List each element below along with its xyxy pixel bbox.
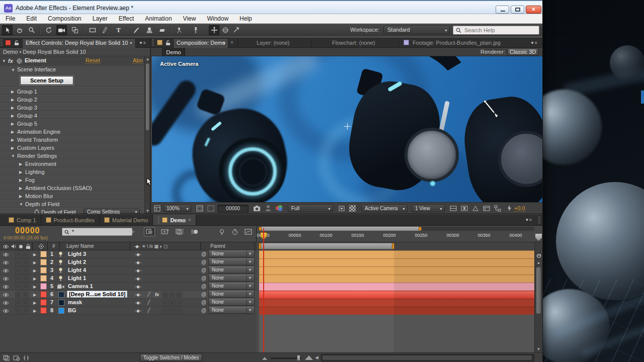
expand-layer-switches-icon[interactable] bbox=[3, 355, 10, 361]
selection-tool[interactable] bbox=[2, 25, 13, 35]
timeline-search-input[interactable]: ▼ bbox=[62, 228, 132, 236]
transparency-grid-icon[interactable] bbox=[349, 205, 356, 212]
tree-row[interactable]: ▶Group 4 bbox=[0, 111, 144, 119]
parent-pickwhip-icon[interactable]: @ bbox=[201, 267, 206, 273]
eye-toggle-icon[interactable] bbox=[3, 252, 9, 257]
panel-grip[interactable] bbox=[157, 217, 159, 223]
tree-row[interactable]: ▶Environment bbox=[0, 159, 144, 167]
tree-row[interactable]: ▶Fog bbox=[0, 175, 144, 184]
lock-cell[interactable] bbox=[23, 300, 29, 306]
scroll-left-arrow[interactable]: ◀ bbox=[315, 355, 318, 360]
mask-visibility-icon[interactable] bbox=[207, 205, 214, 212]
timeline-navigator-thumb[interactable] bbox=[260, 227, 421, 231]
layer-label-color[interactable] bbox=[40, 251, 47, 257]
parent-dropdown[interactable]: None▼ bbox=[208, 299, 255, 306]
magnification-dropdown[interactable]: 100%▼ bbox=[163, 205, 191, 212]
tree-row[interactable]: ▶Group 3 bbox=[0, 103, 144, 111]
parent-column-header[interactable]: Parent bbox=[210, 243, 225, 249]
menu-composition[interactable]: Composition bbox=[42, 15, 87, 22]
channels-icon[interactable] bbox=[276, 205, 285, 212]
show-snapshot-icon[interactable] bbox=[265, 205, 271, 212]
layer-label-color[interactable] bbox=[40, 259, 47, 265]
frame-blending-icon[interactable] bbox=[174, 227, 185, 236]
parent-dropdown[interactable]: None▼ bbox=[208, 266, 255, 274]
layer-bar-solid-selected[interactable] bbox=[259, 291, 534, 299]
panel-menu-icon[interactable]: ▼≡ bbox=[530, 41, 538, 45]
timeline-button-icon[interactable] bbox=[483, 205, 490, 212]
footage-tab[interactable]: Footage: Product-Bundles_plain.jpg bbox=[413, 40, 501, 46]
eye-toggle-icon[interactable] bbox=[3, 277, 9, 281]
menu-view[interactable]: View bbox=[178, 15, 202, 22]
layer-label-color[interactable] bbox=[40, 283, 47, 290]
layer-row-8[interactable]: ▶ 8 BG -◆- ╱ @ None▼ bbox=[0, 307, 257, 315]
time-ruler[interactable]: 00000 00050 00100 00150 00200 00250 0030… bbox=[257, 231, 534, 242]
close-button[interactable]: ✕ bbox=[526, 6, 541, 14]
local-axis-mode[interactable] bbox=[209, 25, 219, 35]
effect-expand-arrow[interactable]: ▼ bbox=[2, 59, 6, 63]
frame-blend-cell[interactable] bbox=[162, 308, 168, 314]
parent-pickwhip-icon[interactable]: @ bbox=[201, 284, 206, 289]
solo-cell[interactable] bbox=[15, 292, 21, 298]
eye-toggle-icon[interactable] bbox=[3, 268, 9, 273]
world-axis-mode[interactable] bbox=[220, 25, 230, 35]
tree-row[interactable]: ▶Custom Layers bbox=[0, 143, 144, 151]
parent-dropdown[interactable]: None▼ bbox=[208, 258, 255, 265]
panel-grip[interactable] bbox=[538, 217, 540, 224]
layer-name[interactable]: Camera 1 bbox=[68, 283, 93, 289]
scene-setup-button[interactable]: Scene Setup bbox=[20, 76, 73, 85]
tree-row[interactable]: ▶Group 2 bbox=[0, 95, 144, 103]
rectangle-tool[interactable] bbox=[87, 25, 98, 35]
scroll-up-icon[interactable]: ▲ bbox=[535, 260, 542, 265]
shy-layers-icon[interactable] bbox=[159, 227, 170, 236]
eraser-tool[interactable] bbox=[157, 25, 168, 35]
brainstorm-icon[interactable] bbox=[216, 227, 227, 236]
parent-dropdown[interactable]: None▼ bbox=[208, 275, 255, 282]
view-layout-dropdown[interactable]: 1 View▼ bbox=[412, 205, 445, 212]
zoom-tool[interactable] bbox=[26, 25, 37, 35]
shy-switch-icon[interactable]: -◆- bbox=[135, 292, 141, 297]
solo-cell[interactable] bbox=[15, 284, 21, 290]
motion-blur-cell[interactable] bbox=[169, 300, 175, 306]
solo-cell[interactable] bbox=[15, 251, 21, 257]
shy-switch-icon[interactable]: -◆- bbox=[135, 300, 141, 305]
motion-blur-cell[interactable] bbox=[169, 292, 175, 298]
shy-switch-icon[interactable]: -◆- bbox=[135, 276, 141, 281]
panel-menu-icon[interactable]: ▼≡ bbox=[139, 41, 146, 45]
playhead-line[interactable] bbox=[263, 228, 264, 352]
puppet-pin-tool[interactable] bbox=[190, 25, 201, 35]
timeline-navigator-track[interactable] bbox=[259, 227, 534, 231]
panel-menu-icon[interactable]: ▼≡ bbox=[525, 218, 532, 225]
tree-row[interactable]: ▶Animation Engine bbox=[0, 127, 144, 135]
layer-expand-arrow[interactable]: ▶ bbox=[33, 252, 36, 257]
shy-switch-icon[interactable]: -◆- bbox=[135, 252, 141, 257]
layer-name[interactable]: Light 3 bbox=[68, 251, 86, 257]
toggle-switches-modes-button[interactable]: Toggle Switches / Modes bbox=[140, 354, 202, 361]
tree-row[interactable]: ▶Group 1 bbox=[0, 87, 144, 95]
scroll-up-icon[interactable]: ▲ bbox=[145, 57, 150, 61]
resolution-dropdown[interactable]: Full▼ bbox=[288, 205, 333, 212]
parent-dropdown[interactable]: None▼ bbox=[208, 307, 255, 314]
menu-layer[interactable]: Layer bbox=[87, 15, 113, 22]
scroll-down-icon[interactable]: ▼ bbox=[535, 347, 542, 351]
menu-file[interactable]: File bbox=[0, 15, 21, 22]
layer-row-5[interactable]: ▶ 5 Camera 1 -◆- @ None▼ bbox=[0, 283, 257, 291]
auto-keyframe-stopwatch-icon[interactable] bbox=[229, 227, 240, 236]
navigator-handle-right[interactable] bbox=[419, 227, 422, 231]
layer-name[interactable]: BG bbox=[68, 307, 76, 313]
unlock-icon[interactable] bbox=[14, 40, 19, 46]
layer-label-color[interactable] bbox=[40, 299, 47, 306]
scroll-down-icon[interactable]: ▼ bbox=[145, 209, 150, 213]
parent-pickwhip-icon[interactable]: @ bbox=[201, 292, 206, 297]
parent-pickwhip-icon[interactable]: @ bbox=[201, 276, 206, 281]
renderer-button[interactable]: Classic 3D bbox=[507, 48, 538, 56]
layer-bar-light-1[interactable] bbox=[259, 275, 534, 283]
solo-cell[interactable] bbox=[15, 300, 21, 306]
hand-tool[interactable] bbox=[14, 25, 25, 35]
composition-tab[interactable]: Composition: Demo ▼ bbox=[173, 38, 228, 48]
layer-name[interactable]: Light 4 bbox=[68, 267, 86, 273]
timeline-horizontal-scrollbar[interactable] bbox=[321, 354, 534, 361]
menu-animation[interactable]: Animation bbox=[139, 15, 177, 22]
lock-cell[interactable] bbox=[23, 267, 29, 274]
menu-effect[interactable]: Effect bbox=[113, 15, 139, 22]
group-expand-arrow[interactable]: ▼ bbox=[11, 68, 15, 72]
